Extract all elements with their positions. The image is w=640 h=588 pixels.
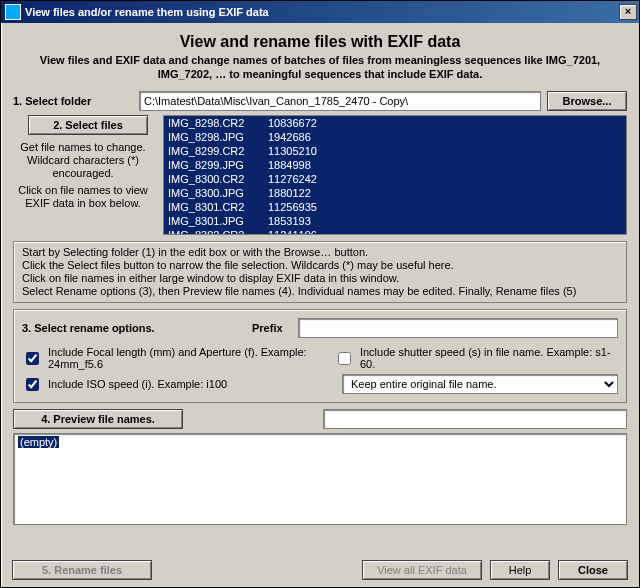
file-name: IMG_8302.CR2 xyxy=(168,228,268,235)
step2-hint3: Click on file names to view EXIF data in… xyxy=(13,184,153,210)
chk-shutter-box[interactable] xyxy=(338,352,351,365)
file-size: 11256935 xyxy=(268,200,317,214)
file-list-item[interactable]: IMG_8298.CR210836672 xyxy=(164,116,626,130)
app-icon xyxy=(5,4,21,20)
file-name: IMG_8300.JPG xyxy=(168,186,268,200)
file-size: 11276242 xyxy=(268,172,317,186)
file-name: IMG_8301.CR2 xyxy=(168,200,268,214)
view-all-exif-button[interactable]: View all EXIF data xyxy=(362,560,482,580)
rename-options-group: 3. Select rename options. Prefix Include… xyxy=(13,309,627,403)
step1-label: 1. Select folder xyxy=(13,95,133,107)
chk-iso-box[interactable] xyxy=(26,378,39,391)
file-name: IMG_8299.JPG xyxy=(168,158,268,172)
step2-hint1: Get file names to change. xyxy=(13,141,153,154)
file-size: 1884998 xyxy=(268,158,311,172)
file-size: 11305210 xyxy=(268,144,317,158)
close-button[interactable]: Close xyxy=(558,560,628,580)
window-close-button[interactable]: × xyxy=(619,4,637,20)
preview-empty: (empty) xyxy=(18,436,59,448)
file-list-item[interactable]: IMG_8301.CR211256935 xyxy=(164,200,626,214)
page-title: View and rename files with EXIF data xyxy=(13,33,627,51)
file-list-item[interactable]: IMG_8299.CR211305210 xyxy=(164,144,626,158)
prefix-label: Prefix xyxy=(252,322,298,334)
file-size: 1880122 xyxy=(268,186,311,200)
page-subtitle: View files and EXIF data and change name… xyxy=(33,53,607,81)
file-size: 1853193 xyxy=(268,214,311,228)
file-list-item[interactable]: IMG_8301.JPG1853193 xyxy=(164,214,626,228)
chk-shutter[interactable]: Include shutter speed (s) in file name. … xyxy=(334,346,618,370)
preview-name-input[interactable] xyxy=(323,409,627,429)
chk-iso[interactable]: Include ISO speed (i). Example: i100 xyxy=(22,375,322,394)
keep-filename-select[interactable]: Keep entire original file name. xyxy=(342,374,618,394)
instr-line: Click the Select files button to narrow … xyxy=(22,259,618,272)
step3-label: 3. Select rename options. xyxy=(22,322,252,334)
file-name: IMG_8299.CR2 xyxy=(168,144,268,158)
instructions-panel: Start by Selecting folder (1) in the edi… xyxy=(13,241,627,303)
instr-line: Start by Selecting folder (1) in the edi… xyxy=(22,246,618,259)
instr-line: Click on file names in either large wind… xyxy=(22,272,618,285)
prefix-input[interactable] xyxy=(298,318,618,338)
select-files-button[interactable]: 2. Select files xyxy=(28,115,148,135)
file-list-item[interactable]: IMG_8300.JPG1880122 xyxy=(164,186,626,200)
file-list-item[interactable]: IMG_8298.JPG1942686 xyxy=(164,130,626,144)
file-name: IMG_8301.JPG xyxy=(168,214,268,228)
file-size: 11241196 xyxy=(268,228,317,235)
chk-focal[interactable]: Include Focal length (mm) and Aperture (… xyxy=(22,346,314,370)
file-name: IMG_8300.CR2 xyxy=(168,172,268,186)
preview-filenames-button[interactable]: 4. Preview file names. xyxy=(13,409,183,429)
folder-path-input[interactable] xyxy=(139,91,541,111)
file-listbox[interactable]: IMG_8298.CR210836672IMG_8298.JPG1942686I… xyxy=(163,115,627,235)
preview-listbox[interactable]: (empty) xyxy=(13,433,627,525)
file-list-item[interactable]: IMG_8302.CR211241196 xyxy=(164,228,626,235)
file-list-item[interactable]: IMG_8300.CR211276242 xyxy=(164,172,626,186)
instr-line: Select Rename options (3), then Preview … xyxy=(22,285,618,298)
window-titlebar: View files and/or rename them using EXIF… xyxy=(1,1,639,23)
rename-files-button[interactable]: 5. Rename files xyxy=(12,560,152,580)
file-size: 1942686 xyxy=(268,130,311,144)
file-name: IMG_8298.JPG xyxy=(168,130,268,144)
file-list-item[interactable]: IMG_8299.JPG1884998 xyxy=(164,158,626,172)
step2-hint2: Wildcard characters (*) encouraged. xyxy=(13,154,153,180)
chk-focal-box[interactable] xyxy=(26,352,39,365)
file-name: IMG_8298.CR2 xyxy=(168,116,268,130)
window-title: View files and/or rename them using EXIF… xyxy=(25,6,269,18)
file-size: 10836672 xyxy=(268,116,317,130)
help-button[interactable]: Help xyxy=(490,560,550,580)
browse-button[interactable]: Browse... xyxy=(547,91,627,111)
